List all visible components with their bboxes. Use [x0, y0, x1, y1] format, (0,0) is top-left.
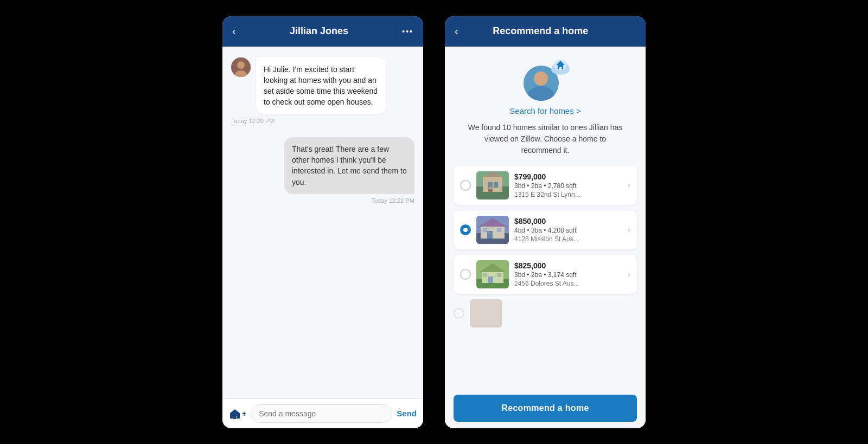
- svg-rect-3: [233, 416, 237, 419]
- home-radio-1[interactable]: [460, 180, 471, 191]
- chat-header: ‹ Jillian Jones •••: [222, 16, 423, 47]
- home-item-3[interactable]: $825,000 3bd • 2ba • 3,174 sqft 2456 Dol…: [454, 255, 637, 294]
- chat-panel: ‹ Jillian Jones ••• Hi Julie. I'm excite…: [222, 16, 423, 428]
- home-radio-3[interactable]: [460, 269, 471, 280]
- svg-rect-26: [497, 228, 501, 232]
- home-price-1: $799,000: [514, 172, 622, 181]
- recommend-back-button[interactable]: ‹: [455, 25, 458, 37]
- msg-row-outgoing: That's great! There are a few other home…: [231, 137, 414, 194]
- home-address-1: 1315 E 32nd St Lynn...: [514, 191, 622, 198]
- message-input[interactable]: [251, 404, 392, 423]
- recommend-description: We found 10 homes similar to ones Jillia…: [464, 122, 627, 156]
- avatar-illustration: [524, 57, 567, 101]
- home-details-3: 3bd • 2ba • 3,174 sqft: [514, 271, 622, 279]
- svg-point-1: [237, 61, 245, 69]
- recommend-footer: Recommend a home: [445, 388, 646, 428]
- svg-rect-25: [483, 228, 487, 232]
- svg-rect-12: [559, 67, 561, 69]
- cloud-house-icon: [551, 57, 570, 76]
- home-thumb-1: [476, 171, 509, 200]
- home-info-1: $799,000 3bd • 2ba • 2,780 sqft 1315 E 3…: [514, 172, 622, 198]
- svg-rect-33: [497, 273, 501, 277]
- svg-point-5: [534, 72, 548, 86]
- svg-rect-32: [483, 273, 487, 277]
- chat-back-button[interactable]: ‹: [232, 25, 236, 37]
- home-chevron-1: ›: [628, 181, 630, 190]
- home-thumb-3: [476, 260, 509, 288]
- home-radio-2[interactable]: [460, 224, 471, 235]
- avatar: [231, 57, 251, 77]
- home-item-2[interactable]: $850,000 4bd • 3ba • 4,200 sqft 4128 Mis…: [454, 210, 637, 249]
- home-details-1: 3bd • 2ba • 2,780 sqft: [514, 182, 622, 190]
- home-address-3: 2456 Dolores St Aus...: [514, 280, 622, 287]
- home-chevron-3: ›: [628, 269, 630, 279]
- bubble-outgoing-1: That's great! There are a few other home…: [284, 137, 414, 194]
- recommend-panel: ‹ Recommend a home: [445, 16, 646, 428]
- svg-rect-24: [487, 231, 493, 239]
- home-address-2: 4128 Mission St Aus...: [514, 235, 622, 243]
- chat-title: Jillian Jones: [236, 25, 403, 37]
- home-price-3: $825,000: [514, 261, 622, 270]
- msg-group-2: That's great! There are a few other home…: [231, 137, 414, 204]
- svg-rect-17: [488, 182, 493, 188]
- svg-rect-31: [488, 276, 493, 283]
- chat-more-button[interactable]: •••: [402, 27, 413, 36]
- home-details-2: 4bd • 3ba • 4,200 sqft: [514, 227, 622, 234]
- home-list: $799,000 3bd • 2ba • 2,780 sqft 1315 E 3…: [454, 166, 637, 294]
- recommend-body: Search for homes > We found 10 homes sim…: [445, 47, 646, 388]
- home-info-2: $850,000 4bd • 3ba • 4,200 sqft 4128 Mis…: [514, 217, 622, 243]
- attach-home-button[interactable]: +: [229, 408, 246, 419]
- msg-row-incoming: Hi Julie. I'm excited to start looking a…: [231, 57, 414, 114]
- search-for-homes-link[interactable]: Search for homes >: [509, 106, 580, 115]
- svg-rect-19: [488, 189, 493, 192]
- home-chevron-2: ›: [628, 225, 630, 235]
- recommend-header: ‹ Recommend a home: [445, 16, 646, 47]
- recommend-button[interactable]: Recommend a home: [454, 395, 637, 422]
- chat-footer: + Send: [222, 398, 423, 428]
- msg-group-1: Hi Julie. I'm excited to start looking a…: [231, 57, 414, 124]
- chat-messages: Hi Julie. I'm excited to start looking a…: [222, 47, 423, 398]
- msg-time-1: Today 12:20 PM: [231, 118, 414, 124]
- svg-rect-18: [494, 182, 498, 188]
- home-info-3: $825,000 3bd • 2ba • 3,174 sqft 2456 Dol…: [514, 261, 622, 287]
- home-thumb-2: [476, 216, 509, 244]
- home-item-1[interactable]: $799,000 3bd • 2ba • 2,780 sqft 1315 E 3…: [454, 166, 637, 205]
- bubble-incoming-1: Hi Julie. I'm excited to start looking a…: [256, 57, 386, 114]
- recommend-title: Recommend a home: [458, 25, 623, 37]
- send-button[interactable]: Send: [397, 409, 417, 418]
- msg-time-2: Today 12:22 PM: [231, 197, 414, 204]
- home-price-2: $850,000: [514, 217, 622, 226]
